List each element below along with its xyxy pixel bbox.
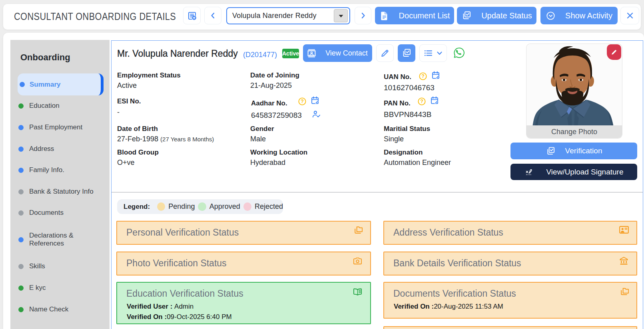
svg-text:?: ? [421,73,425,79]
svg-text:?: ? [301,99,304,104]
svg-text:?: ? [420,99,423,104]
